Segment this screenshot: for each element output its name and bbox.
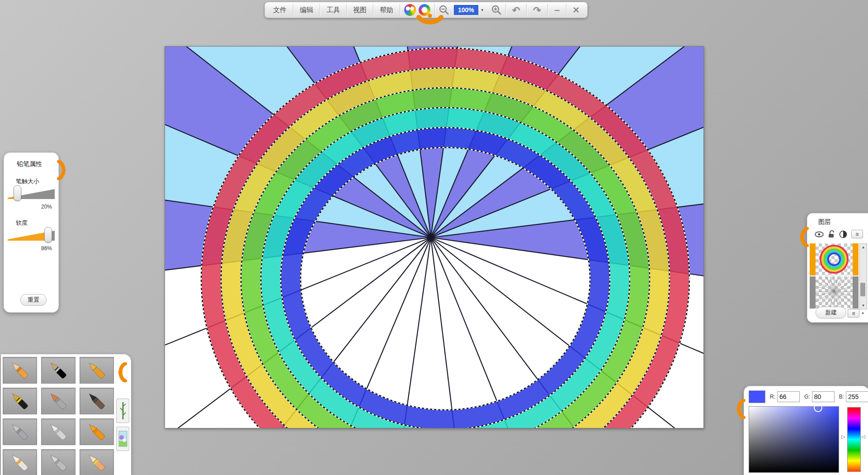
saturation-value-square[interactable]	[749, 406, 839, 473]
tool-paint-tube[interactable]	[3, 449, 37, 475]
tab-bamboo-stamps[interactable]	[116, 399, 129, 423]
layer-list	[810, 243, 859, 309]
tool-charcoal-pencil[interactable]	[41, 357, 75, 384]
brush-size-slider[interactable]	[8, 186, 55, 202]
layer-item-rainbow-ring[interactable]	[810, 243, 859, 276]
rainbow-face-icon	[404, 4, 416, 16]
fountain-pen-icon	[7, 390, 33, 413]
red-label: R:	[770, 394, 775, 400]
drawing-canvas[interactable]	[165, 46, 704, 428]
color-panel-handle[interactable]	[734, 399, 746, 419]
tab-picture-stamps[interactable]	[116, 427, 129, 451]
pencil-icon	[7, 359, 33, 382]
reset-button[interactable]: 重置	[20, 294, 47, 306]
airbrush-icon	[7, 421, 33, 443]
layers-toolbar: ≡ ▼	[815, 230, 868, 238]
tool-paint-roller[interactable]	[80, 418, 114, 445]
layer-list-menu-caret[interactable]: ▼	[861, 312, 864, 315]
scroll-up-arrow[interactable]: ▲	[862, 244, 865, 251]
layers-scrollbar[interactable]: ▲ ▼	[859, 243, 867, 309]
softness-slider[interactable]	[8, 228, 55, 243]
close-button[interactable]: ×	[566, 2, 585, 18]
canvas-art	[165, 47, 703, 428]
current-color-swatch	[749, 390, 765, 403]
red-input[interactable]	[777, 391, 800, 402]
contrast-icon[interactable]	[839, 230, 847, 238]
pencil-panel-handle[interactable]	[57, 160, 68, 180]
hue-arrow-right[interactable]: ◁	[861, 434, 865, 439]
undo-button[interactable]: ↶	[506, 2, 527, 18]
quill-pen-icon	[46, 451, 71, 474]
tool-fountain-pen[interactable]	[3, 388, 37, 414]
tool-airbrush[interactable]	[3, 418, 37, 445]
menu-tools[interactable]: 工具	[320, 2, 346, 18]
softness-thumb[interactable]	[44, 227, 52, 242]
palette-knife-icon	[46, 421, 71, 443]
palette-side-strip	[115, 354, 130, 475]
sv-cursor[interactable]	[814, 404, 822, 412]
redo-icon: ↷	[533, 5, 541, 15]
tool-grid	[3, 357, 114, 475]
paint-tube-icon	[7, 451, 33, 474]
tool-crayon[interactable]	[80, 357, 114, 384]
scrollbar-thumb[interactable]	[860, 283, 865, 296]
pencil-properties-panel: 铅笔属性 笔触大小 20% 软度 86% 重置	[4, 152, 59, 313]
flat-brush-icon	[46, 390, 71, 413]
scroll-down-arrow[interactable]: ▼	[862, 302, 865, 309]
paint-roller-icon	[84, 421, 109, 443]
layer-thumbnail-rings	[816, 243, 853, 276]
tool-ink-brush[interactable]	[80, 388, 114, 414]
lock-open-icon[interactable]	[828, 230, 835, 238]
softness-value: 86%	[4, 245, 52, 252]
menu-file[interactable]: 文件	[267, 2, 293, 18]
tool-eraser[interactable]	[80, 449, 114, 475]
ink-brush-icon	[84, 390, 109, 413]
crayon-icon	[84, 359, 109, 382]
palette-handle[interactable]	[116, 362, 127, 382]
zoom-dropdown-caret[interactable]: ▼	[478, 8, 486, 12]
tool-palette-knife[interactable]	[41, 418, 75, 445]
menu-edit[interactable]: 编辑	[293, 2, 320, 18]
brush-size-thumb[interactable]	[14, 185, 21, 201]
picture-stamp-icon	[118, 429, 127, 448]
visibility-eye-icon[interactable]	[815, 231, 824, 238]
hue-arrow-left[interactable]: ▷	[841, 434, 845, 439]
zoom-in-button[interactable]	[487, 2, 505, 18]
layers-panel-handle[interactable]	[797, 227, 809, 247]
menu-help[interactable]: 帮助	[373, 2, 400, 18]
hue-strip[interactable]	[847, 407, 861, 472]
tool-flat-brush[interactable]	[41, 388, 75, 414]
layer-rail	[810, 276, 816, 309]
close-icon: ×	[573, 5, 579, 15]
brush-size-value: 20%	[4, 204, 52, 210]
menu-view[interactable]: 视图	[347, 2, 373, 18]
layers-panel: 图层 ≡ ▼ ▲ ▼	[807, 213, 868, 323]
brush-size-label: 笔触大小	[16, 177, 58, 185]
pencil-panel-title: 铅笔属性	[17, 160, 58, 168]
blue-label: B:	[839, 394, 844, 400]
green-label: G:	[804, 394, 810, 400]
layer-rail	[853, 276, 859, 309]
zoom-level-value: 100%	[454, 5, 478, 15]
layer-selected-rail	[810, 243, 816, 276]
green-input[interactable]	[812, 391, 835, 402]
tool-quill-pen[interactable]	[41, 449, 75, 475]
eraser-icon	[84, 451, 109, 474]
layer-thumbnail-spokes	[816, 276, 853, 309]
zoom-level-field[interactable]: 100% ▼	[454, 2, 486, 18]
layers-panel-title: 图层	[818, 218, 868, 226]
new-layer-button[interactable]: 新建	[816, 307, 846, 318]
layers-menu-button[interactable]: ≡	[851, 230, 863, 238]
layer-list-menu-button[interactable]: ≡	[848, 309, 859, 318]
minimize-icon: −	[554, 5, 560, 15]
blue-input[interactable]	[846, 391, 868, 402]
tool-pencil[interactable]	[3, 357, 37, 384]
undo-icon: ↶	[512, 5, 520, 15]
charcoal-pencil-icon	[46, 359, 71, 382]
minimize-button[interactable]: −	[548, 2, 566, 18]
redo-button[interactable]: ↷	[527, 2, 547, 18]
clown-smile-handle[interactable]	[415, 14, 445, 28]
bamboo-stamp-icon	[119, 401, 127, 421]
layer-selected-rail	[853, 243, 859, 276]
layer-item-spokes[interactable]	[810, 276, 859, 309]
